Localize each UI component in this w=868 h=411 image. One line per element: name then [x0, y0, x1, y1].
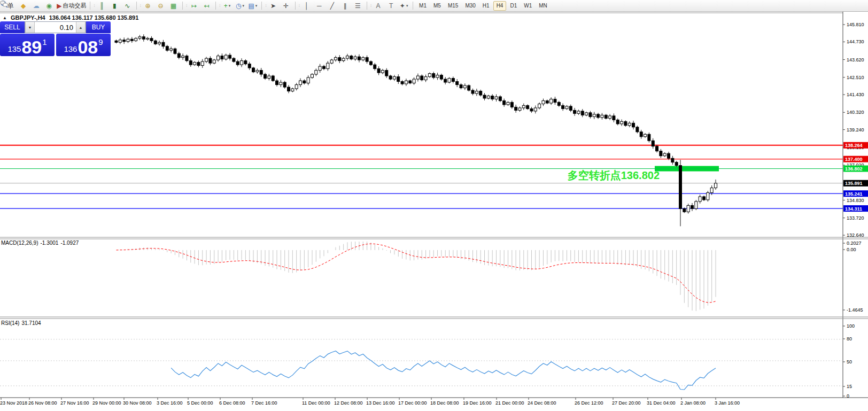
- market-watch-button[interactable]: ☁: [30, 1, 42, 11]
- zoom-out-icon: ⊖: [158, 3, 163, 9]
- cursor-icon: ➤: [270, 3, 276, 9]
- candle: [138, 37, 141, 38]
- time-tick-label: 27 Nov 16:00: [60, 400, 89, 406]
- search-button[interactable]: [834, 1, 846, 11]
- candle: [385, 71, 388, 76]
- auto-scroll-icon: ↦: [191, 3, 197, 9]
- chat-button[interactable]: [850, 1, 863, 11]
- horizontal-line-button[interactable]: ─: [313, 1, 326, 11]
- timeframe-button-m30[interactable]: M30: [462, 1, 478, 11]
- candle: [307, 77, 309, 83]
- candle: [456, 82, 459, 85]
- candle: [166, 46, 168, 50]
- line-chart-button[interactable]: ∿: [121, 1, 134, 11]
- vertical-line-button[interactable]: │: [300, 1, 313, 11]
- sell-button[interactable]: SELL: [0, 21, 25, 33]
- bar-chart-button[interactable]: ║: [96, 1, 108, 11]
- candle: [585, 113, 588, 115]
- candle: [256, 71, 259, 72]
- tile-windows-button[interactable]: ▦: [167, 1, 180, 11]
- candle: [471, 90, 474, 94]
- zoom-in-button[interactable]: ⊕: [142, 1, 154, 11]
- chevron-down-icon: ▾: [255, 4, 258, 7]
- candle: [342, 58, 345, 60]
- candle: [601, 115, 603, 117]
- timeframe-button-m1[interactable]: M1: [416, 1, 430, 11]
- candle: [158, 42, 161, 44]
- candle: [589, 113, 592, 117]
- trendline-button[interactable]: ╱: [326, 1, 338, 11]
- crosshair-button[interactable]: ✛: [280, 1, 292, 11]
- candle: [483, 95, 486, 98]
- candle: [683, 208, 686, 212]
- ask-quote-button[interactable]: 136 08 9: [56, 34, 111, 56]
- ask-pipette: 9: [98, 37, 103, 46]
- order-icon: ◆: [21, 3, 26, 9]
- bid-quote-button[interactable]: 135 89 1: [0, 34, 55, 56]
- cursor-button[interactable]: ➤: [267, 1, 280, 11]
- order-button[interactable]: ◆: [17, 1, 29, 11]
- candle: [236, 61, 239, 65]
- candle: [416, 76, 419, 79]
- volume-decrease-button[interactable]: ▼: [25, 22, 35, 33]
- candle: [162, 42, 165, 46]
- time-tick-label: 7 Dec 16:00: [251, 400, 277, 406]
- toolbar-separator: [90, 2, 90, 10]
- text-tool-button[interactable]: A: [372, 1, 384, 11]
- auto-scroll-button[interactable]: ↦: [188, 1, 200, 11]
- candle: [460, 84, 462, 88]
- chart-shift-button[interactable]: ↤: [200, 1, 213, 11]
- zoom-out-button[interactable]: ⊖: [154, 1, 167, 11]
- chart-shift-icon: ↤: [204, 3, 210, 9]
- buy-button[interactable]: BUY: [86, 21, 111, 33]
- time-tick-label: 12 Dec 08:00: [334, 400, 363, 406]
- fibonacci-button[interactable]: ☰: [352, 1, 364, 11]
- indicators-button[interactable]: +▾: [221, 1, 233, 11]
- timeframe-button-m5[interactable]: M5: [430, 1, 444, 11]
- bar-chart-icon: ║: [99, 3, 104, 9]
- timeframe-button-d1[interactable]: D1: [507, 1, 520, 11]
- timeframe-button-mn[interactable]: MN: [536, 1, 551, 11]
- volume-value[interactable]: 0.10: [35, 22, 76, 33]
- periods-icon: ◷: [236, 3, 241, 9]
- candle: [554, 99, 556, 102]
- chevron-down-icon: ▾: [229, 4, 231, 7]
- equidistant-channel-button[interactable]: ∥: [339, 1, 351, 11]
- candle: [515, 107, 517, 110]
- chart-canvas[interactable]: 145.810144.730143.620142.510141.430140.3…: [0, 0, 868, 411]
- volume-increase-button[interactable]: ▲: [76, 22, 86, 33]
- quote-ohlc-label: 136.064 136.117 135.680 135.891: [49, 14, 139, 21]
- price-tick-label: 145.810: [847, 22, 864, 27]
- toolbar-grip: ⁞: [140, 3, 141, 8]
- time-tick-label: 19 Dec 16:00: [463, 400, 492, 406]
- one-click-trading-panel: SELL ▼ 0.10 ▲ BUY 135 89 1 136 08 9: [0, 21, 111, 56]
- timeframe-button-h4[interactable]: H4: [493, 1, 507, 11]
- time-tick-label: 21 Dec 00:00: [495, 400, 524, 406]
- candle: [264, 74, 267, 78]
- candle: [468, 86, 470, 90]
- signals-button[interactable]: ◉: [43, 1, 55, 11]
- timeframe-button-w1[interactable]: W1: [521, 1, 535, 11]
- timeframe-button-h1[interactable]: H1: [479, 1, 493, 11]
- time-tick-label: 26 Dec 12:00: [575, 400, 603, 406]
- autotrading-button[interactable]: ▶自动交易: [56, 1, 87, 11]
- candle: [495, 97, 498, 99]
- templates-button[interactable]: ▤▾: [246, 1, 259, 11]
- candle: [311, 74, 314, 77]
- price-tick-label: 141.430: [847, 92, 864, 97]
- candle: [652, 141, 654, 146]
- candle: [663, 153, 666, 156]
- candle: [526, 105, 529, 108]
- chart-text-annotation[interactable]: 多空转折点136.802: [533, 168, 660, 183]
- candle: [518, 108, 521, 110]
- candle: [327, 63, 329, 68]
- zoom-in-icon: ⊕: [145, 3, 150, 9]
- chart-title: ▲ GBPJPY-,H4 136.064 136.117 135.680 135…: [3, 14, 138, 21]
- candle: [150, 38, 153, 41]
- periods-button[interactable]: ◷▾: [234, 1, 246, 11]
- arrows-tool-button[interactable]: ✦▾: [398, 1, 410, 11]
- candle: [710, 188, 713, 192]
- text-label-button[interactable]: T: [385, 1, 397, 11]
- candlestick-chart-button[interactable]: ▮: [108, 1, 121, 11]
- timeframe-button-m15[interactable]: M15: [445, 1, 461, 11]
